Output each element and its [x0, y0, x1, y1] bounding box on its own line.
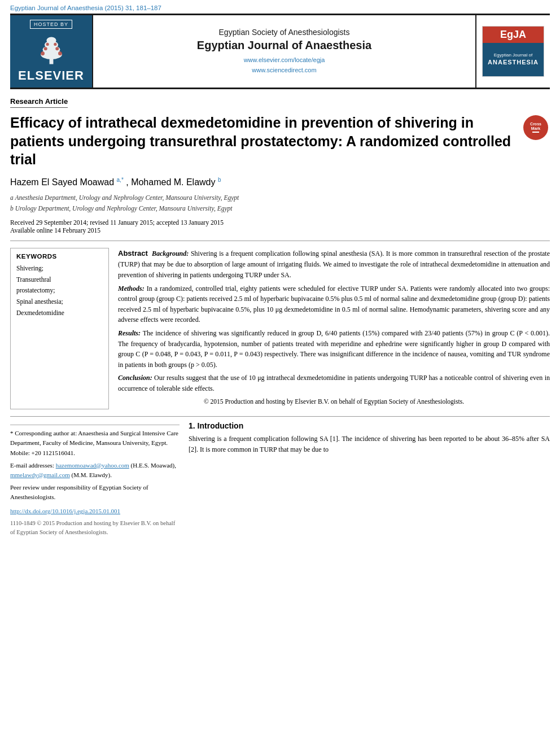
introduction-col: 1. Introduction Shivering is a frequent …: [189, 417, 550, 540]
keyword-4: Spinal anesthesia;: [16, 296, 103, 308]
journal-info-center: Egyptian Society of Anesthesiologists Eg…: [92, 15, 476, 88]
elsevier-tree-icon: [23, 32, 80, 66]
abstract-text: Abstract Background: Shivering is a freq…: [118, 248, 550, 407]
main-content: Research Article Efficacy of intrathecal…: [0, 89, 560, 545]
affiliations: a Anesthesia Department, Urology and Nep…: [10, 193, 550, 214]
corresponding-author-text: * Corresponding author at: Anaesthesia a…: [10, 429, 180, 457]
results-label: Results:: [118, 329, 141, 337]
society-name: Egyptian Society of Anesthesiologists: [219, 28, 350, 37]
methods-label: Methods:: [118, 285, 145, 292]
keywords-abstract-section: KEYWORDS Shivering; Transurethral prosta…: [10, 248, 550, 409]
egja-logo-block: EgJA Egyptian Journal of ANAESTHESIA: [476, 15, 550, 88]
abstract-copyright: © 2015 Production and hosting by Elsevie…: [118, 397, 550, 407]
affiliation-a: a Anesthesia Department, Urology and Nep…: [10, 193, 550, 203]
intro-heading: 1. Introduction: [189, 421, 550, 430]
email-addresses: E-mail addresses: hazemomoawad@yahoo.com…: [10, 461, 180, 480]
journal-links: www.elsevier.com/locate/egja www.science…: [244, 55, 325, 75]
svg-point-6: [58, 51, 62, 55]
corresponding-author-note: * Corresponding author at: Anaesthesia a…: [10, 425, 180, 457]
keywords-list: Shivering; Transurethral prostatectomy; …: [16, 263, 103, 318]
methods-text: In a randomized, controlled trial, eight…: [118, 285, 550, 324]
email1-name: (H.E.S. Moawad),: [131, 462, 176, 469]
keyword-2: Transurethral: [16, 274, 103, 286]
title-text: Efficacy of intrathecal dexmedetomidine …: [10, 115, 511, 167]
email1[interactable]: hazemomoawad@yahoo.com: [56, 462, 129, 469]
received-dates: Received 29 September 2014; revised 11 J…: [10, 219, 550, 226]
abstract-section: Abstract Background: Shivering is a freq…: [118, 248, 550, 409]
elsevier-block: HOSTED BY ELSEVIER: [10, 15, 92, 88]
email2[interactable]: mmelawdy@gmail.com: [10, 471, 70, 478]
crossmark-badge: Cross Mark: [522, 113, 550, 142]
svg-point-4: [46, 37, 56, 44]
intro-number: 1.: [189, 421, 198, 430]
authors-line: Hazem El Sayed Moawad a,* , Mohamed M. E…: [10, 177, 550, 187]
abstract-title: Abstract: [118, 249, 148, 257]
results-text: The incidence of shivering was significa…: [118, 329, 550, 369]
egja-logo-top: EgJA: [483, 27, 544, 43]
svg-point-10: [54, 43, 56, 46]
conclusion-label: Conclusion:: [118, 374, 152, 382]
egja-logo: EgJA Egyptian Journal of ANAESTHESIA: [482, 26, 544, 77]
journal-citation: Egyptian Journal of Anaesthesia (2015) 3…: [0, 0, 560, 14]
svg-point-5: [41, 51, 45, 55]
svg-text:Mark: Mark: [531, 126, 540, 130]
keyword-1: Shivering;: [16, 263, 103, 274]
affiliation-b: b Urology Department, Urology and Nephro…: [10, 204, 550, 213]
egja-body2: ANAESTHESIA: [488, 58, 539, 67]
author1-name: Hazem El Sayed Moawad: [10, 177, 114, 187]
conclusion-text: Our results suggest that the use of 10 μ…: [118, 374, 550, 392]
keyword-3: prostatectomy;: [16, 285, 103, 296]
svg-point-9: [46, 43, 49, 46]
peer-review-text: Peer review under responsibility of Egyp…: [10, 483, 180, 502]
svg-point-8: [55, 47, 59, 50]
intro-text: Shivering is a frequent complication fol…: [189, 434, 550, 455]
doi-link[interactable]: http://dx.doi.org/10.1016/j.egja.2015.01…: [10, 506, 180, 516]
article-title: Efficacy of intrathecal dexmedetomidine …: [10, 113, 550, 169]
keywords-title: KEYWORDS: [16, 253, 103, 260]
footnotes-col: * Corresponding author at: Anaesthesia a…: [10, 417, 180, 540]
journal-link1[interactable]: www.elsevier.com/locate/egja: [244, 56, 325, 63]
svg-text:Cross: Cross: [530, 122, 541, 126]
journal-link2[interactable]: www.sciencedirect.com: [252, 67, 316, 73]
svg-point-7: [43, 47, 47, 50]
email2-name: (M.M. Elawdy).: [72, 471, 112, 478]
crossmark-icon: Cross Mark: [523, 115, 548, 140]
egja-logo-body: Egyptian Journal of ANAESTHESIA: [483, 43, 544, 76]
author2-name: , Mohamed M. Elawdy: [126, 177, 215, 187]
available-date: Available online 14 February 2015: [10, 227, 550, 234]
hosted-by-label: HOSTED BY: [30, 20, 72, 29]
journal-header: HOSTED BY ELSEVIER Egyptian: [10, 14, 550, 89]
egja-body1: Egyptian Journal of: [494, 52, 533, 58]
intro-title: Introduction: [198, 421, 244, 430]
keyword-5: Dexmedetomidine: [16, 308, 103, 319]
issn-line: 1110-1849 © 2015 Production and hosting …: [10, 519, 180, 538]
section-label: Research Article: [10, 97, 68, 108]
email-label: E-mail addresses:: [10, 462, 54, 469]
background-label: Background:: [152, 250, 189, 257]
elsevier-logo-text: ELSEVIER: [18, 68, 84, 83]
journal-title-header: Egyptian Journal of Anaesthesia: [197, 39, 371, 52]
author2-sup: b: [218, 177, 221, 183]
divider: [10, 241, 550, 241]
keywords-box: KEYWORDS Shivering; Transurethral prosta…: [10, 248, 109, 409]
bottom-section: * Corresponding author at: Anaesthesia a…: [10, 416, 550, 540]
author1-sup: a,*: [117, 177, 124, 183]
